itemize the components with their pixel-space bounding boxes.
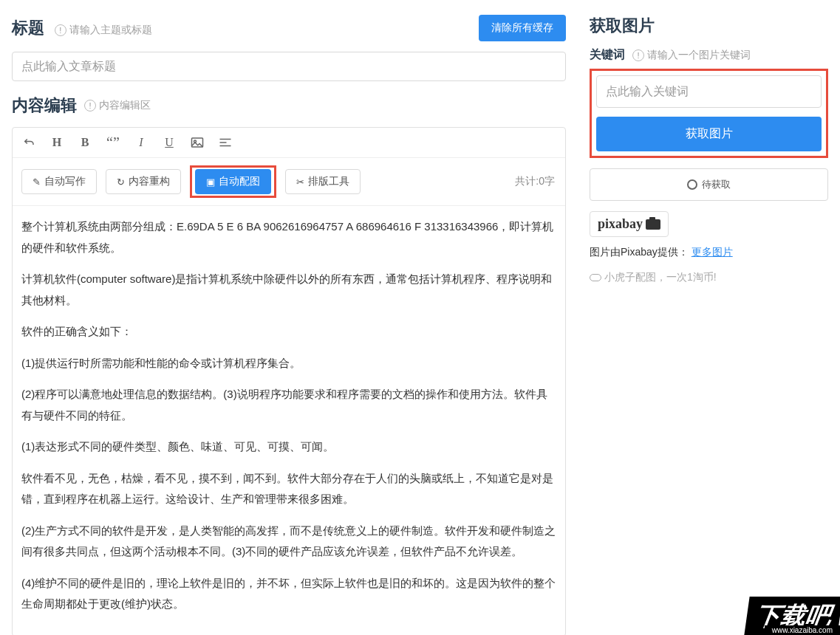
paragraph: (2)程序可以满意地处理信息的数据结构。(3)说明程序功能要求和程序需要的文档的…: [21, 384, 556, 426]
sidebar: 获取图片 关键词 ! 请输入一个图片关键词 获取图片 待获取 pixabay: [578, 0, 840, 635]
title-header: 标题 ! 请输入主题或标题 清除所有缓存: [12, 15, 566, 41]
title-hint: ! 请输入主题或标题: [55, 24, 152, 37]
info-icon: !: [632, 49, 644, 61]
tool-icon: ✂: [296, 176, 304, 188]
highlight-keyword-box: 获取图片: [590, 69, 828, 158]
info-icon: !: [84, 100, 96, 111]
keyword-label: 关键词: [590, 47, 625, 63]
paragraph: (1)表达形式不同的硬件类型、颜色、味道、可见、可摸、可闻。: [21, 436, 556, 458]
credit-line: 图片由Pixabay提供： 更多图片: [590, 246, 828, 259]
paragraph: (1)提供运行时所需功能和性能的命令或计算机程序集合。: [21, 353, 556, 374]
title-input[interactable]: [12, 52, 566, 81]
keyword-header: 关键词 ! 请输入一个图片关键词: [590, 47, 828, 63]
align-left-icon[interactable]: [218, 135, 233, 150]
camera-icon: [646, 219, 660, 230]
content-hint: ! 内容编辑区: [84, 99, 151, 112]
refresh-icon: ↻: [117, 176, 125, 188]
quote-icon[interactable]: “”: [106, 135, 120, 150]
title-label-group: 标题 ! 请输入主题或标题: [12, 17, 152, 39]
editor-content[interactable]: 整个计算机系统由两部分组成：E.69DA 5 E 6 BA 9062616964…: [13, 206, 565, 635]
paragraph: (4)维护不同的硬件是旧的，理论上软件是旧的，并不坏，但实际上软件也是旧的和坏的…: [21, 573, 556, 615]
picture-icon: ▣: [206, 176, 215, 188]
circle-icon: [687, 179, 697, 190]
keyword-section: 关键词 ! 请输入一个图片关键词 获取图片 待获取 pixabay 图片由Pix…: [590, 47, 828, 284]
editor-box: H B “” I U ✎ 自动写作 ↻ 内容重构 ▣: [12, 127, 566, 635]
highlight-auto-image: ▣ 自动配图: [190, 165, 276, 198]
keyword-hint: ! 请输入一个图片关键词: [632, 49, 751, 62]
paragraph: 整个计算机系统由两部分组成：E.69DA 5 E 6 BA 9062616964…: [21, 216, 556, 258]
paragraph: 软件看不见，无色，枯燥，看不见，摸不到，闻不到。软件大部分存在于人们的头脑或纸上…: [21, 468, 556, 510]
italic-icon[interactable]: I: [134, 135, 148, 150]
paragraph: (2)生产方式不同的软件是开发，是人类智能的高发挥，而不是传统意义上的硬件制造。…: [21, 521, 556, 563]
image-header: 获取图片: [590, 15, 828, 37]
fetch-image-button[interactable]: 获取图片: [596, 117, 822, 151]
format-toolbar: H B “” I U: [13, 128, 565, 158]
info-icon: !: [55, 24, 66, 36]
image-title: 获取图片: [590, 15, 655, 37]
restructure-button[interactable]: ↻ 内容重构: [106, 169, 181, 194]
bold-icon[interactable]: B: [78, 135, 92, 150]
footer-note: 小虎子配图，一次1淘币!: [590, 271, 828, 284]
heading-icon[interactable]: H: [49, 135, 64, 150]
image-icon[interactable]: [190, 135, 205, 150]
underline-icon[interactable]: U: [162, 135, 177, 150]
pending-button[interactable]: 待获取: [590, 168, 828, 201]
word-count: 共计:0字: [515, 175, 555, 188]
main-column: 标题 ! 请输入主题或标题 清除所有缓存 内容编辑 ! 内容编辑区 H B “”: [0, 0, 578, 635]
layout-tool-button[interactable]: ✂ 排版工具: [285, 169, 361, 194]
keyword-input[interactable]: [596, 75, 822, 108]
title-label: 标题: [12, 18, 44, 37]
undo-icon[interactable]: [21, 135, 36, 150]
auto-image-button[interactable]: ▣ 自动配图: [195, 169, 271, 194]
more-images-link[interactable]: 更多图片: [692, 246, 733, 258]
content-label: 内容编辑: [12, 95, 77, 117]
cloud-icon: [590, 274, 601, 281]
pencil-icon: ✎: [33, 176, 41, 188]
auto-write-button[interactable]: ✎ 自动写作: [21, 169, 97, 194]
pixabay-badge: pixabay: [590, 211, 669, 237]
action-toolbar: ✎ 自动写作 ↻ 内容重构 ▣ 自动配图 ✂ 排版工具 共计:0字: [13, 158, 565, 206]
paragraph: 计算机软件(computer software)是指计算机系统中除硬件以外的所有…: [21, 269, 556, 311]
content-header: 内容编辑 ! 内容编辑区: [12, 95, 566, 117]
watermark-url: www.xiazaiba.com: [765, 625, 840, 635]
clear-cache-button[interactable]: 清除所有缓存: [479, 15, 566, 41]
paragraph: 软件的正确含义如下：: [21, 321, 556, 343]
